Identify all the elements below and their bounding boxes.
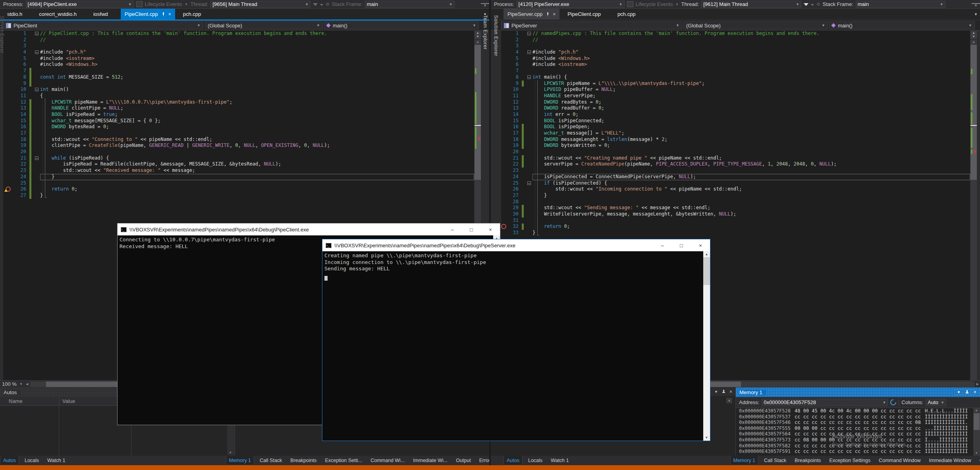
scope-dropdown[interactable]: (Global Scope)▼ [683, 21, 828, 29]
tab-list-dropdown-icon[interactable]: ▼ [974, 12, 978, 16]
panel-tab[interactable]: Output [977, 456, 980, 465]
close-icon[interactable]: × [168, 12, 171, 17]
minimize-button[interactable]: – [653, 239, 672, 251]
memory-panel-header[interactable]: Memory 1 ▼ × [736, 387, 980, 397]
method-dropdown[interactable]: main()▼ [324, 21, 479, 29]
document-tab[interactable]: iosfwd [89, 9, 112, 19]
panel-menu-icon[interactable]: ▼ [714, 390, 718, 394]
address-input[interactable]: 0x000000E43057F528▼ [762, 399, 888, 406]
suppress-icon[interactable]: ⊘ [326, 2, 329, 7]
panel-tab[interactable]: Output [453, 456, 474, 465]
memory-scrollbar[interactable]: ▲ ▼ [973, 408, 980, 456]
sidebar-tab-solution-explorer[interactable]: Solution Explorer [493, 15, 499, 56]
scroll-right-icon[interactable]: ▶ [975, 382, 980, 386]
thread-combo[interactable]: [9656] Main Thread▼ [210, 1, 311, 8]
fold-toggle-icon[interactable]: − [35, 50, 39, 54]
minimize-button[interactable]: – [443, 223, 462, 235]
refresh-icon[interactable] [889, 398, 897, 406]
panel-tab[interactable]: Error List [476, 456, 489, 465]
close-button[interactable]: × [481, 223, 500, 235]
close-icon[interactable]: × [553, 12, 556, 17]
editor-vertical-scrollbar[interactable]: ▲▼ ▲ [970, 31, 977, 380]
console-window-pipeserver[interactable]: ›_ \\VBOXSVR\Experiments\namedPipes\name… [322, 239, 710, 441]
process-combo[interactable]: [4120] PipeServer.exe▼ [517, 1, 625, 8]
panel-tab[interactable]: Call Stack [761, 456, 789, 465]
scroll-up-icon[interactable]: ▲ [726, 398, 732, 403]
thread-combo[interactable]: [9612] Main Thread▼ [701, 1, 801, 8]
panel-tab[interactable]: Breakpoints [792, 456, 824, 465]
close-icon[interactable]: × [729, 389, 732, 395]
process-combo[interactable]: [4984] PipeClient.exe▼ [26, 1, 134, 8]
pin-icon[interactable] [546, 12, 550, 16]
filter-edit-icon[interactable] [320, 1, 323, 7]
memory-content[interactable]: 0x000000E43057F52848 00 45 00 4c 00 4c 0… [736, 408, 973, 456]
panel-menu-icon[interactable]: ▼ [957, 390, 961, 394]
split-editor-handle[interactable]: ▲▼ [475, 31, 481, 39]
split-editor-handle[interactable]: ▲▼ [970, 31, 977, 39]
maximize-button[interactable]: □ [462, 223, 481, 235]
sidebar-tab-server-explorer[interactable]: Server Explorer [0, 16, 5, 53]
console-scrollbar[interactable]: ▲ ▼ [703, 251, 710, 441]
toolbar-overflow-icon[interactable]: ▼ [972, 3, 980, 8]
panel-tab[interactable]: Immediate Window [926, 456, 974, 465]
panel-tab[interactable]: Autos [0, 456, 19, 465]
fold-toggle-icon[interactable]: − [527, 181, 531, 185]
pin-icon[interactable] [162, 12, 165, 16]
panel-tab[interactable]: Command Window [876, 456, 924, 465]
method-dropdown[interactable]: main()▼ [829, 21, 975, 29]
panel-tab[interactable]: Call Stack [257, 456, 285, 465]
panel-tab[interactable]: Memory 1 [226, 456, 255, 465]
chevron-down-icon[interactable]: ▼ [185, 2, 188, 6]
zoom-level-select[interactable]: 100 %▼ [0, 381, 25, 387]
document-tab[interactable]: corecrt_wstdio.h [35, 9, 81, 19]
panel-tab[interactable]: Locals [22, 456, 42, 465]
fold-toggle-icon[interactable]: − [527, 75, 531, 79]
panel-tab[interactable]: Memory 1 [730, 456, 759, 465]
document-tab[interactable]: PipeClient.cpp× [121, 9, 175, 19]
console-titlebar[interactable]: ›_ \\VBOXSVR\Experiments\namedPipes\name… [118, 223, 500, 235]
sidebar-tab-team-explorer[interactable]: Team Explorer [482, 15, 488, 50]
stack-frame-combo[interactable]: main▼ [365, 1, 455, 8]
column-divider[interactable] [59, 397, 59, 456]
document-tab[interactable]: PipeServer.cpp× [504, 9, 559, 19]
filter-edit-icon[interactable] [811, 1, 814, 7]
document-tab[interactable]: PipeClient.cpp [563, 9, 605, 19]
console-titlebar[interactable]: ›_ \\VBOXSVR\Experiments\namedPipes\name… [322, 239, 710, 251]
pin-icon[interactable] [722, 390, 725, 394]
document-tab[interactable]: pch.cpp [179, 9, 205, 19]
filter-threads-icon[interactable] [313, 1, 318, 7]
fold-toggle-icon[interactable]: − [527, 32, 531, 35]
project-dropdown[interactable]: PipeServer▼ [501, 21, 682, 29]
scope-dropdown[interactable]: (Global Scope)▼ [205, 21, 323, 29]
panel-tab[interactable]: Immediate Wi... [410, 456, 450, 465]
fold-toggle-icon[interactable]: − [527, 50, 531, 54]
fold-toggle-icon[interactable]: − [35, 88, 39, 91]
scroll-left-icon[interactable]: ◀ [25, 382, 29, 386]
panel-tab[interactable]: Breakpoints [287, 456, 319, 465]
panel-tab[interactable]: Watch 1 [548, 456, 571, 465]
suppress-icon[interactable]: ⊘ [816, 2, 820, 7]
stack-frame-combo[interactable]: main▼ [856, 1, 945, 8]
column-value[interactable]: Value [62, 398, 75, 404]
maximize-button[interactable]: □ [672, 239, 691, 251]
columns-select[interactable]: Auto▼ [926, 399, 946, 406]
column-name[interactable]: Name [9, 398, 23, 404]
panel-tab[interactable]: Exception Settings [826, 456, 873, 465]
panel-tab[interactable]: Command Wi... [368, 456, 407, 465]
panel-tab[interactable]: Exception Setti... [322, 456, 365, 465]
filter-threads-icon[interactable] [804, 1, 808, 7]
toolbar-overflow-icon[interactable]: ▼ [481, 3, 489, 8]
pin-icon[interactable] [965, 390, 969, 395]
panel-tab[interactable]: Locals [525, 456, 545, 465]
document-tab[interactable]: pch.cpp [613, 9, 640, 19]
panel-tab[interactable]: Watch 1 [44, 456, 68, 465]
close-button[interactable]: × [691, 239, 710, 251]
project-dropdown[interactable]: PipeClient▼ [3, 21, 203, 29]
close-icon[interactable]: × [974, 389, 976, 395]
chevron-down-icon[interactable]: ▼ [675, 2, 679, 6]
panel-tab[interactable]: Autos [504, 456, 523, 465]
breakpoint-icon[interactable] [501, 224, 506, 229]
document-tab[interactable]: stdio.h [3, 9, 26, 19]
fold-toggle-icon[interactable]: − [35, 156, 39, 160]
fold-toggle-icon[interactable]: − [35, 32, 39, 35]
